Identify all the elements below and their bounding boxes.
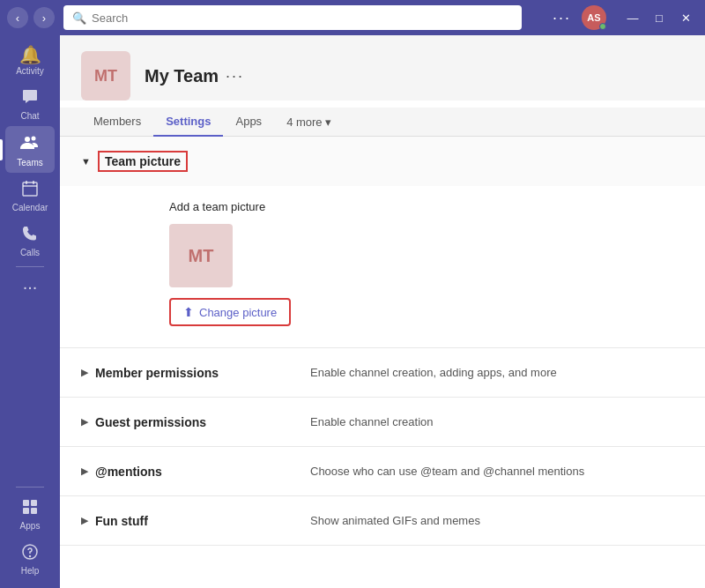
more-options-button[interactable]: ··· (549, 9, 575, 27)
team-picture-header[interactable]: ▼ Team picture (60, 137, 705, 186)
sidebar-item-apps[interactable]: Apps (0, 491, 60, 536)
mentions-desc: Choose who can use @team and @channel me… (310, 465, 684, 478)
sidebar-divider-bottom (16, 487, 44, 488)
member-permissions-desc: Enable channel creation, adding apps, an… (310, 366, 684, 379)
sidebar-chat-label: Chat (20, 111, 39, 121)
sidebar: 🔔 Activity Chat Teams (0, 35, 60, 588)
minimize-button[interactable]: — (620, 5, 645, 30)
settings-panel[interactable]: ▼ Team picture Add a team picture MT ⬆ C… (60, 137, 705, 588)
change-picture-button[interactable]: ⬆ Change picture (169, 298, 291, 326)
sidebar-calls-label: Calls (20, 248, 40, 257)
sidebar-activity-label: Activity (16, 66, 44, 76)
help-icon (21, 543, 39, 563)
maximize-button[interactable]: □ (647, 5, 672, 30)
window-controls: — □ ✕ (620, 5, 698, 30)
svg-point-0 (25, 137, 30, 142)
team-name: My Team (145, 66, 219, 86)
section-member-permissions[interactable]: ▶ Member permissions Enable channel crea… (60, 348, 705, 398)
section-team-picture: ▼ Team picture Add a team picture MT ⬆ C… (60, 137, 705, 348)
close-button[interactable]: ✕ (673, 5, 698, 30)
svg-rect-2 (23, 182, 37, 196)
search-icon: 🔍 (72, 11, 86, 25)
svg-rect-8 (23, 508, 29, 514)
team-info: My Team ··· (145, 66, 244, 86)
sidebar-calendar-label: Calendar (12, 203, 48, 212)
sidebar-item-calendar[interactable]: Calendar (0, 173, 60, 218)
sidebar-teams-label: Teams (17, 158, 42, 167)
apps-icon (21, 498, 39, 518)
sidebar-divider (16, 266, 44, 267)
member-permissions-title: Member permissions (95, 366, 219, 380)
fun-stuff-desc: Show animated GIFs and memes (310, 514, 684, 527)
calendar-icon (21, 180, 39, 200)
member-permissions-arrow: ▶ (81, 367, 88, 378)
picture-preview: MT (169, 224, 233, 287)
svg-rect-9 (31, 508, 37, 514)
search-input[interactable] (92, 11, 513, 25)
svg-point-11 (30, 556, 31, 557)
guest-permissions-title: Guest permissions (95, 415, 206, 429)
main-content: MT My Team ··· Members Settings Apps 4 m… (60, 35, 705, 588)
forward-button[interactable]: › (33, 7, 55, 28)
nav-controls: ‹ › (7, 7, 55, 28)
section-fun-stuff[interactable]: ▶ Fun stuff Show animated GIFs and memes (60, 496, 705, 546)
more-dots-icon: ··· (23, 278, 38, 295)
upload-icon: ⬆ (183, 305, 194, 319)
sidebar-item-more-dots[interactable]: ··· (0, 271, 60, 301)
guest-permissions-arrow: ▶ (81, 416, 88, 428)
sidebar-apps-label: Apps (20, 521, 41, 531)
team-avatar: MT (81, 51, 130, 100)
calls-icon (21, 225, 39, 245)
team-title-row: My Team ··· (145, 66, 244, 86)
team-picture-content: Add a team picture MT ⬆ Change picture (60, 186, 705, 347)
team-picture-title: Team picture (98, 151, 188, 172)
guest-permissions-left: ▶ Guest permissions (81, 415, 310, 429)
team-header: MT My Team ··· (60, 35, 705, 100)
avatar-status-indicator (599, 23, 606, 30)
section-guest-permissions[interactable]: ▶ Guest permissions Enable channel creat… (60, 398, 705, 447)
search-bar: 🔍 (63, 5, 522, 30)
svg-rect-6 (23, 500, 29, 506)
app-body: 🔔 Activity Chat Teams (0, 35, 705, 588)
change-picture-label: Change picture (199, 306, 277, 319)
activity-icon: 🔔 (19, 46, 41, 63)
mentions-left: ▶ @mentions (81, 465, 310, 479)
picture-preview-area: MT ⬆ Change picture (169, 224, 684, 326)
fun-stuff-arrow: ▶ (81, 515, 88, 526)
tab-apps[interactable]: Apps (223, 108, 274, 137)
sidebar-item-calls[interactable]: Calls (0, 218, 60, 263)
member-permissions-left: ▶ Member permissions (81, 366, 310, 380)
fun-stuff-title: Fun stuff (95, 514, 148, 528)
teams-icon (20, 133, 40, 155)
tab-members[interactable]: Members (81, 108, 153, 137)
sidebar-help-label: Help (21, 566, 40, 576)
title-bar-right: ··· AS — □ ✕ (549, 5, 698, 30)
sidebar-item-teams[interactable]: Teams (5, 126, 55, 173)
add-picture-label: Add a team picture (169, 200, 684, 213)
sidebar-item-help[interactable]: Help (0, 536, 60, 581)
svg-point-1 (32, 137, 36, 141)
section-mentions[interactable]: ▶ @mentions Choose who can use @team and… (60, 447, 705, 496)
mentions-arrow: ▶ (81, 465, 88, 477)
sidebar-bottom: Apps Help (0, 483, 60, 588)
fun-stuff-left: ▶ Fun stuff (81, 514, 310, 528)
chat-icon (21, 88, 39, 108)
mentions-title: @mentions (95, 465, 162, 479)
back-button[interactable]: ‹ (7, 7, 28, 28)
user-avatar-button[interactable]: AS (582, 5, 606, 30)
svg-rect-7 (31, 500, 37, 506)
team-picture-arrow: ▼ (81, 156, 91, 167)
sidebar-item-activity[interactable]: 🔔 Activity (0, 39, 60, 81)
title-bar: ‹ › 🔍 ··· AS — □ ✕ (0, 0, 705, 35)
sidebar-item-chat[interactable]: Chat (0, 81, 60, 126)
team-more-dots-button[interactable]: ··· (226, 67, 244, 86)
tab-more[interactable]: 4 more ▾ (274, 108, 343, 136)
tab-settings[interactable]: Settings (153, 108, 223, 137)
chevron-down-icon: ▾ (325, 115, 331, 129)
guest-permissions-desc: Enable channel creation (310, 415, 684, 428)
tabs-bar: Members Settings Apps 4 more ▾ (60, 108, 705, 137)
